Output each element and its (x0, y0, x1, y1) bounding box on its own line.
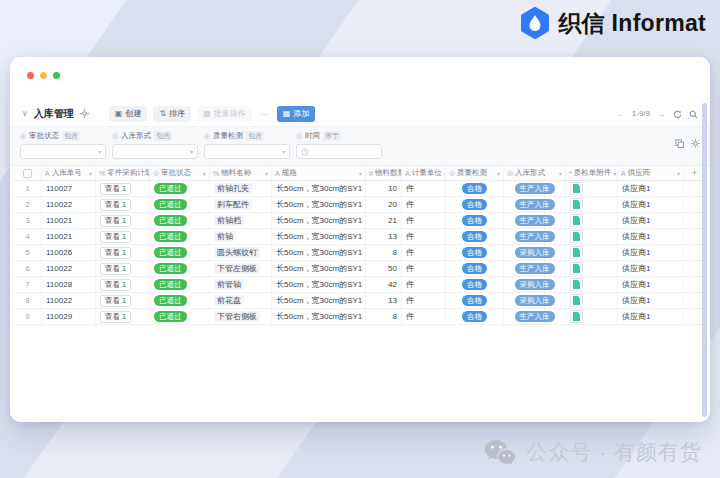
cell-supplier[interactable]: 供应商1 (618, 293, 684, 308)
column-header-qc[interactable]: ◎质量检测▾ (446, 166, 504, 180)
cell-order[interactable]: 110021 (42, 229, 96, 244)
attachment-file[interactable] (570, 230, 583, 243)
filter-inbound-mode-select[interactable]: ▾ (112, 144, 198, 159)
cell-attach[interactable] (566, 245, 618, 260)
cell-qc[interactable]: 合格 (446, 213, 504, 228)
gear-icon[interactable] (691, 134, 700, 159)
cell-qty[interactable]: 8 (366, 309, 402, 324)
cell-mode[interactable]: 生产入库 (504, 197, 566, 212)
cell-qty[interactable]: 8 (366, 245, 402, 260)
view-plan-button[interactable]: 查看 1 (100, 311, 131, 323)
cell-order[interactable]: 110028 (42, 277, 96, 292)
cell-status[interactable]: 已通过 (150, 309, 210, 324)
cell-plan[interactable]: 查看 1 (96, 229, 150, 244)
column-header-mode[interactable]: ◎入库形式▾ (504, 166, 566, 180)
cell-attach[interactable] (566, 229, 618, 244)
cell-attach[interactable] (566, 197, 618, 212)
cell-spec[interactable]: 长50cm，宽30cm的SY1 (272, 309, 366, 324)
copy-view-icon[interactable] (675, 134, 684, 159)
sort-button[interactable]: ⇅ 排序 (153, 106, 191, 122)
cell-supplier[interactable]: 供应商1 (618, 197, 684, 212)
cell-status[interactable]: 已通过 (150, 277, 210, 292)
add-record-button[interactable]: ▦ 添加 (277, 106, 316, 122)
cell-qty[interactable]: 50 (366, 261, 402, 276)
attachment-file[interactable] (570, 182, 583, 195)
attachment-file[interactable] (570, 278, 583, 291)
cell-spec[interactable]: 长50cm，宽30cm的SY1 (272, 213, 366, 228)
cell-qty[interactable]: 10 (366, 181, 402, 196)
cell-unit[interactable]: 件 (402, 181, 446, 196)
cell-order[interactable]: 110022 (42, 293, 96, 308)
cell-attach[interactable] (566, 213, 618, 228)
cell-supplier[interactable]: 供应商1 (618, 277, 684, 292)
cell-qc[interactable]: 合格 (446, 293, 504, 308)
cell-plan[interactable]: 查看 1 (96, 245, 150, 260)
cell-mode[interactable]: 采购入库 (504, 245, 566, 260)
cell-order[interactable]: 110027 (42, 181, 96, 196)
batch-actions-button[interactable]: ▦ 批量操作 (197, 106, 252, 122)
cell-order[interactable]: 110022 (42, 261, 96, 276)
view-settings-icon[interactable] (80, 109, 89, 118)
cell-supplier[interactable]: 供应商1 (618, 309, 684, 324)
cell-order[interactable]: 110022 (42, 197, 96, 212)
cell-supplier[interactable]: 供应商1 (618, 181, 684, 196)
cell-mode[interactable]: 采购入库 (504, 293, 566, 308)
cell-status[interactable]: 已通过 (150, 213, 210, 228)
cell-unit[interactable]: 件 (402, 245, 446, 260)
cell-spec[interactable]: 长50cm，宽30cm的SY1 (272, 181, 366, 196)
vertical-scrollbar[interactable] (702, 103, 707, 417)
cell-qc[interactable]: 合格 (446, 261, 504, 276)
cell-attach[interactable] (566, 181, 618, 196)
cell-status[interactable]: 已通过 (150, 197, 210, 212)
cell-material[interactable]: 下管左侧板 (210, 261, 272, 276)
cell-mode[interactable]: 生产入库 (504, 181, 566, 196)
attachment-file[interactable] (570, 214, 583, 227)
cell-spec[interactable]: 长50cm，宽30cm的SY1 (272, 197, 366, 212)
minimize-window-icon[interactable] (40, 72, 47, 79)
add-column-icon[interactable]: + (692, 168, 697, 178)
chevron-down-icon[interactable]: ▾ (265, 170, 268, 177)
cell-supplier[interactable]: 供应商1 (618, 213, 684, 228)
cell-order[interactable]: 110029 (42, 309, 96, 324)
cell-plan[interactable]: 查看 1 (96, 309, 150, 324)
cell-qc[interactable]: 合格 (446, 309, 504, 324)
cell-spec[interactable]: 长50cm，宽30cm的SY1 (272, 229, 366, 244)
cell-status[interactable]: 已通过 (150, 229, 210, 244)
cell-qc[interactable]: 合格 (446, 181, 504, 196)
filter-time-input[interactable] (296, 144, 382, 159)
view-plan-button[interactable]: 查看 1 (100, 215, 131, 227)
chevron-down-icon[interactable]: ▾ (497, 170, 500, 177)
cell-qty[interactable]: 13 (366, 293, 402, 308)
cell-order[interactable]: 110026 (42, 245, 96, 260)
cell-spec[interactable]: 长50cm，宽30cm的SY1 (272, 261, 366, 276)
column-header-status[interactable]: ◎审批状态▾ (150, 166, 210, 180)
cell-unit[interactable]: 件 (402, 277, 446, 292)
filter-approval-status-select[interactable]: ▾ (20, 144, 106, 159)
cell-unit[interactable]: 件 (402, 293, 446, 308)
cell-qty[interactable]: 42 (366, 277, 402, 292)
close-window-icon[interactable] (27, 72, 34, 79)
cell-material[interactable]: 前管轴 (210, 277, 272, 292)
cell-supplier[interactable]: 供应商1 (618, 261, 684, 276)
cell-plan[interactable]: 查看 1 (96, 213, 150, 228)
maximize-window-icon[interactable] (53, 72, 60, 79)
cell-spec[interactable]: 长50cm，宽30cm的SY1 (272, 293, 366, 308)
refresh-icon[interactable] (673, 105, 682, 123)
view-plan-button[interactable]: 查看 1 (100, 247, 131, 259)
cell-mode[interactable]: 生产入库 (504, 229, 566, 244)
attachment-file[interactable] (570, 198, 583, 211)
cell-material[interactable]: 前花盘 (210, 293, 272, 308)
cell-unit[interactable]: 件 (402, 213, 446, 228)
cell-material[interactable]: 下管右侧板 (210, 309, 272, 324)
cell-status[interactable]: 已通过 (150, 245, 210, 260)
cell-supplier[interactable]: 供应商1 (618, 245, 684, 260)
cell-unit[interactable]: 件 (402, 309, 446, 324)
search-icon[interactable] (689, 105, 698, 123)
cell-unit[interactable]: 件 (402, 261, 446, 276)
view-plan-button[interactable]: 查看 1 (100, 279, 131, 291)
attachment-file[interactable] (570, 262, 583, 275)
view-plan-button[interactable]: 查看 1 (100, 295, 131, 307)
cell-material[interactable]: 圆头螺纹钉 (210, 245, 272, 260)
cell-plan[interactable]: 查看 1 (96, 277, 150, 292)
prev-page-icon[interactable]: ← (616, 109, 625, 119)
